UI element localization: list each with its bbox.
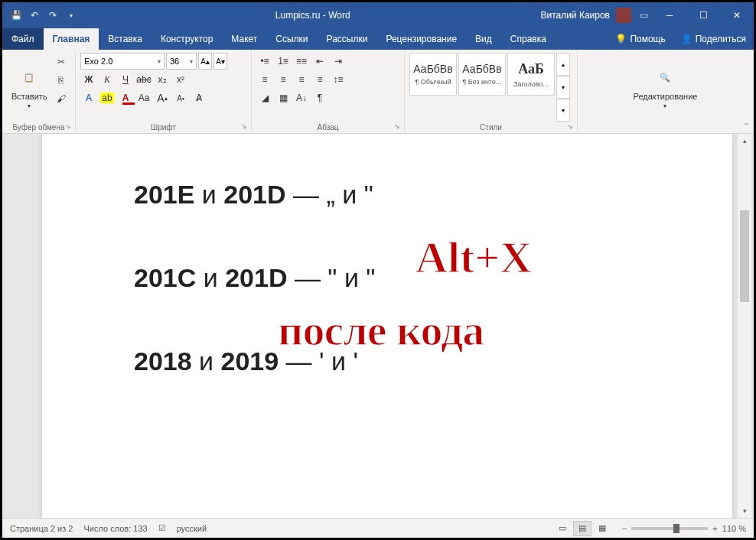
subscript-button[interactable]: x₂ bbox=[154, 71, 171, 88]
tab-home[interactable]: Главная bbox=[44, 28, 99, 50]
zoom-slider[interactable] bbox=[631, 527, 708, 530]
align-left-icon[interactable]: ≡ bbox=[256, 71, 273, 88]
tab-layout[interactable]: Макет bbox=[222, 28, 266, 50]
zoom-in-button[interactable]: + bbox=[712, 524, 717, 533]
read-mode-icon[interactable]: ▭ bbox=[553, 521, 572, 536]
avatar[interactable] bbox=[616, 8, 631, 23]
undo-icon[interactable]: ↶ bbox=[28, 9, 41, 21]
sort-icon[interactable]: A↓ bbox=[293, 89, 310, 106]
clipboard-launcher-icon[interactable]: ↘ bbox=[64, 122, 73, 131]
chevron-down-icon: ▾ bbox=[158, 58, 161, 65]
grow-font-button[interactable]: A▴ bbox=[198, 53, 212, 70]
status-language[interactable]: русский bbox=[177, 524, 207, 533]
share-label: Поделиться bbox=[696, 34, 746, 44]
grow-font-icon[interactable]: A▴ bbox=[154, 89, 171, 106]
scroll-down-icon[interactable]: ▾ bbox=[738, 504, 751, 518]
shrink-font-button[interactable]: A▾ bbox=[213, 53, 227, 70]
scroll-up-icon[interactable]: ▴ bbox=[738, 134, 751, 148]
multilevel-icon[interactable]: ≡≡ bbox=[293, 53, 310, 70]
style-normal[interactable]: АаБбВв ¶ Обычный bbox=[409, 53, 457, 96]
strike-button[interactable]: abc bbox=[135, 71, 152, 88]
spellcheck-icon[interactable]: ☑ bbox=[158, 523, 166, 533]
styles-down-icon[interactable]: ▾ bbox=[556, 76, 570, 99]
tab-insert[interactable]: Вставка bbox=[99, 28, 152, 50]
paste-button[interactable]: 📋 Вставить ▾ bbox=[7, 53, 52, 122]
bold-button[interactable]: Ж bbox=[80, 71, 97, 88]
share-button[interactable]: 👤 Поделиться bbox=[673, 28, 754, 50]
borders-icon[interactable]: ▦ bbox=[275, 89, 292, 106]
clear-formatting-icon[interactable]: A̷ bbox=[191, 89, 207, 106]
zoom-out-button[interactable]: − bbox=[622, 524, 627, 533]
styles-launcher-icon[interactable]: ↘ bbox=[565, 122, 575, 131]
tab-view[interactable]: Вид bbox=[466, 28, 501, 50]
tab-file[interactable]: Файл bbox=[2, 28, 44, 50]
group-font-label: Шрифт bbox=[80, 122, 246, 132]
tab-help[interactable]: Справка bbox=[501, 28, 556, 50]
superscript-button[interactable]: x² bbox=[172, 71, 189, 88]
save-icon[interactable]: 💾 bbox=[10, 9, 22, 21]
shrink-font-icon[interactable]: A▾ bbox=[172, 89, 189, 106]
shading-icon[interactable]: ◢ bbox=[256, 89, 273, 106]
underline-button[interactable]: Ч bbox=[117, 71, 134, 88]
style-no-spacing[interactable]: АаБбВв ¶ Без инте... bbox=[458, 53, 506, 96]
editing-button[interactable]: 🔍 Редактирование ▾ bbox=[629, 53, 702, 122]
group-clipboard-label: Буфер обмена bbox=[7, 122, 70, 132]
document-area: 201E и 201D — „ и " 201C и 201D — " и " … bbox=[2, 134, 754, 518]
format-painter-icon[interactable]: 🖌 bbox=[54, 91, 69, 106]
justify-icon[interactable]: ≡ bbox=[311, 71, 328, 88]
show-marks-icon[interactable]: ¶ bbox=[311, 89, 328, 106]
font-color-button[interactable]: A bbox=[117, 89, 134, 106]
style-preview: АаБбВв bbox=[413, 63, 452, 75]
group-clipboard: 📋 Вставить ▾ ✂ ⎘ 🖌 Буфер обмена ↘ bbox=[2, 50, 76, 133]
increase-indent-icon[interactable]: ⇥ bbox=[330, 53, 347, 70]
status-page[interactable]: Страница 2 из 2 bbox=[10, 524, 73, 533]
line-spacing-icon[interactable]: ↕≡ bbox=[330, 71, 347, 88]
paragraph-launcher-icon[interactable]: ↘ bbox=[393, 122, 402, 131]
highlight-button[interactable]: ab bbox=[99, 89, 116, 106]
text-effects-button[interactable]: A bbox=[80, 89, 97, 106]
zoom-control: − + 110 % bbox=[622, 524, 746, 533]
decrease-indent-icon[interactable]: ⇤ bbox=[311, 53, 328, 70]
zoom-thumb[interactable] bbox=[673, 524, 679, 533]
change-case-button[interactable]: Aa bbox=[135, 89, 152, 106]
align-center-icon[interactable]: ≡ bbox=[275, 71, 292, 88]
tab-references[interactable]: Ссылки bbox=[266, 28, 317, 50]
qat-more-icon[interactable]: ▾ bbox=[65, 9, 77, 21]
chevron-down-icon: ▾ bbox=[28, 102, 31, 109]
maximize-button[interactable]: ☐ bbox=[686, 2, 720, 28]
zoom-level[interactable]: 110 % bbox=[722, 524, 746, 533]
styles-up-icon[interactable]: ▴ bbox=[556, 53, 570, 76]
align-right-icon[interactable]: ≡ bbox=[293, 71, 310, 88]
styles-more-icon[interactable]: ▾ bbox=[556, 99, 570, 122]
minimize-button[interactable]: ─ bbox=[653, 2, 686, 28]
chevron-down-icon: ▾ bbox=[190, 58, 193, 65]
close-button[interactable]: ✕ bbox=[720, 2, 754, 28]
copy-icon[interactable]: ⎘ bbox=[54, 73, 69, 88]
italic-button[interactable]: К bbox=[99, 71, 116, 88]
font-size-combo[interactable]: 36 ▾ bbox=[166, 53, 197, 70]
web-layout-icon[interactable]: ▦ bbox=[593, 521, 611, 536]
bullets-icon[interactable]: •≡ bbox=[256, 53, 273, 70]
redo-icon[interactable]: ↷ bbox=[47, 9, 59, 21]
status-words[interactable]: Число слов: 133 bbox=[83, 524, 147, 533]
scroll-thumb[interactable] bbox=[740, 210, 749, 302]
cut-icon[interactable]: ✂ bbox=[54, 54, 69, 70]
tab-review[interactable]: Рецензирование bbox=[376, 28, 466, 50]
font-size-value: 36 bbox=[170, 57, 179, 66]
print-layout-icon[interactable]: ▤ bbox=[573, 521, 591, 536]
view-buttons: ▭ ▤ ▦ bbox=[553, 521, 611, 536]
tab-mailings[interactable]: Рассылки bbox=[318, 28, 377, 50]
style-heading1[interactable]: АаБ Заголово... bbox=[507, 53, 555, 96]
collapse-ribbon-icon[interactable]: ⌃ bbox=[743, 122, 749, 130]
group-styles: АаБбВв ¶ Обычный АаБбВв ¶ Без инте... Аа… bbox=[405, 50, 578, 133]
font-launcher-icon[interactable]: ↘ bbox=[240, 122, 249, 131]
tell-me[interactable]: 💡 Помощь bbox=[608, 28, 673, 50]
style-preview: АаБбВв bbox=[462, 63, 501, 75]
tab-design[interactable]: Конструктор bbox=[152, 28, 222, 50]
vertical-scrollbar[interactable]: ▴ ▾ bbox=[738, 134, 751, 518]
user-name[interactable]: Виталий Каиров bbox=[540, 10, 610, 21]
page[interactable]: 201E и 201D — „ и " 201C и 201D — " и " … bbox=[42, 134, 732, 518]
numbering-icon[interactable]: 1≡ bbox=[275, 53, 292, 70]
font-name-combo[interactable]: Exo 2.0 ▾ bbox=[80, 53, 165, 70]
ribbon-options-icon[interactable]: ▭ bbox=[637, 9, 650, 21]
